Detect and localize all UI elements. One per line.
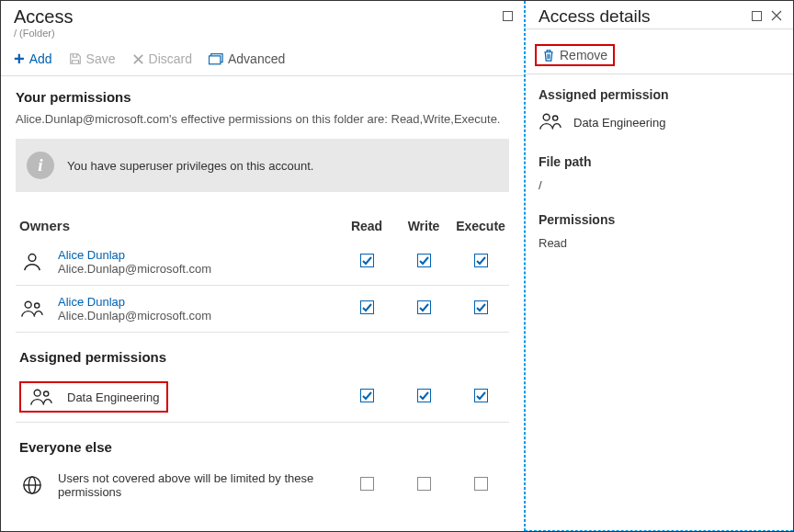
execute-checkbox[interactable] <box>474 254 488 267</box>
owner-name: Alice Dunlap <box>58 248 211 262</box>
svg-rect-11 <box>474 301 487 314</box>
group-icon <box>19 299 45 319</box>
assigned-name: Data Engineering <box>67 391 159 404</box>
access-panel: Access / (Folder) + Add Save Discard <box>1 1 525 531</box>
maximize-icon[interactable] <box>751 10 762 21</box>
svg-rect-4 <box>360 255 373 267</box>
save-icon <box>69 52 82 65</box>
info-text: You have superuser privileges on this ac… <box>67 159 313 173</box>
file-path-heading: File path <box>539 154 780 169</box>
plus-icon: + <box>14 50 25 68</box>
owner-name: Alice Dunlap <box>58 295 211 309</box>
everyone-desc: Users not covered above will be limited … <box>58 471 324 499</box>
group-icon <box>539 111 562 134</box>
everyone-heading: Everyone else <box>19 439 112 455</box>
permissions-table: Owners Read Write Execute Alice Dunlap <box>16 212 509 508</box>
everyone-row[interactable]: Users not covered above will be limited … <box>16 462 509 508</box>
permissions-value: Read <box>539 236 780 250</box>
svg-point-25 <box>553 116 558 120</box>
read-checkbox[interactable] <box>360 254 374 267</box>
globe-icon <box>19 475 45 495</box>
svg-point-8 <box>35 303 40 308</box>
read-heading: Read <box>338 212 395 239</box>
svg-point-12 <box>34 390 40 396</box>
panel-subtitle: / (Folder) <box>1 28 524 39</box>
svg-rect-0 <box>503 11 512 20</box>
svg-point-13 <box>44 391 49 396</box>
read-checkbox[interactable] <box>360 477 374 491</box>
assigned-row[interactable]: Data Engineering <box>16 372 509 423</box>
owner-email: Alice.Dunlap@microsoft.com <box>58 309 211 323</box>
svg-rect-14 <box>360 390 373 402</box>
read-checkbox[interactable] <box>360 389 374 402</box>
write-checkbox[interactable] <box>417 300 431 314</box>
highlight-box: Remove <box>535 44 615 66</box>
assigned-perm-name: Data Engineering <box>573 116 665 130</box>
write-heading: Write <box>395 212 452 239</box>
svg-rect-23 <box>752 11 761 20</box>
assigned-perm-heading: Assigned permission <box>539 87 780 102</box>
trash-icon <box>542 49 555 62</box>
owners-heading: Owners <box>16 212 338 239</box>
access-details-panel: Access details Remove Assigned permissio… <box>525 1 793 531</box>
content-area: Your permissions Alice.Dunlap@microsoft.… <box>1 76 524 531</box>
execute-checkbox[interactable] <box>474 389 488 402</box>
svg-rect-15 <box>417 390 430 402</box>
advanced-button[interactable]: Advanced <box>209 51 285 66</box>
owner-email: Alice.Dunlap@microsoft.com <box>58 262 211 276</box>
effective-permissions-text: Alice.Dunlap@microsoft.com's effective p… <box>16 112 509 126</box>
write-checkbox[interactable] <box>417 254 431 267</box>
discard-button: Discard <box>132 51 192 66</box>
svg-point-24 <box>543 114 550 120</box>
x-icon <box>132 53 144 65</box>
maximize-icon[interactable] <box>502 10 513 21</box>
highlight-box: Data Engineering <box>19 381 168 413</box>
svg-rect-9 <box>360 301 373 314</box>
add-button[interactable]: + Add <box>14 50 52 68</box>
svg-rect-6 <box>474 255 487 267</box>
write-checkbox[interactable] <box>417 477 431 491</box>
svg-point-7 <box>25 301 31 308</box>
permissions-heading: Permissions <box>539 212 780 227</box>
assigned-heading: Assigned permissions <box>19 349 166 365</box>
info-icon: i <box>27 152 54 179</box>
file-path-value: / <box>539 178 780 192</box>
svg-rect-21 <box>417 478 430 491</box>
info-bar: i You have superuser privileges on this … <box>16 139 509 192</box>
save-button: Save <box>69 51 116 66</box>
svg-rect-20 <box>360 478 373 491</box>
execute-checkbox[interactable] <box>474 300 488 314</box>
user-icon <box>19 252 45 272</box>
svg-rect-22 <box>474 478 487 491</box>
execute-heading: Execute <box>452 212 509 239</box>
owner-row[interactable]: Alice Dunlap Alice.Dunlap@microsoft.com <box>16 239 509 286</box>
details-title: Access details <box>539 6 650 27</box>
your-permissions-heading: Your permissions <box>16 89 509 105</box>
svg-rect-5 <box>417 255 430 267</box>
svg-rect-16 <box>474 390 487 402</box>
svg-point-3 <box>28 255 36 262</box>
advanced-icon <box>209 52 223 65</box>
owner-row[interactable]: Alice Dunlap Alice.Dunlap@microsoft.com <box>16 286 509 333</box>
svg-rect-2 <box>209 56 220 64</box>
execute-checkbox[interactable] <box>474 477 488 491</box>
remove-button[interactable]: Remove <box>542 48 607 62</box>
write-checkbox[interactable] <box>417 389 431 402</box>
svg-rect-10 <box>417 301 430 314</box>
panel-title: Access <box>14 6 73 28</box>
read-checkbox[interactable] <box>360 300 374 314</box>
close-icon[interactable] <box>771 10 782 21</box>
toolbar: + Add Save Discard Advanced <box>1 44 524 76</box>
group-icon <box>28 387 54 407</box>
